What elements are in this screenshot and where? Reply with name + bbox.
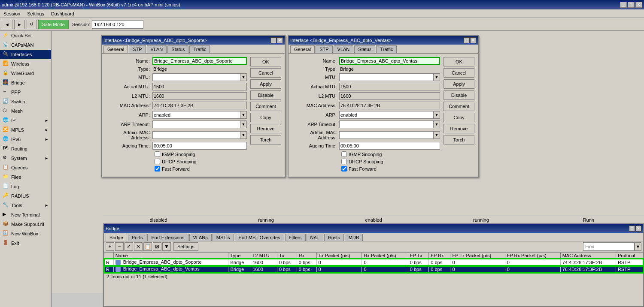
arp-arrow-v[interactable]: ▼ [433, 111, 440, 119]
ageing-input[interactable] [152, 142, 247, 150]
tab-vlan-soporte[interactable]: VLAN [147, 45, 167, 53]
table-row[interactable]: R Bridge_Empresa_ABC_dpto_Ventas Bridge … [104, 266, 643, 273]
sidebar-item-radius[interactable]: 🔑 RADIUS [0, 191, 51, 201]
back-button[interactable]: ◄ [2, 20, 12, 29]
admin-mac-input[interactable] [152, 131, 240, 139]
apply-button-soporte[interactable]: Apply [250, 79, 281, 89]
bridge-tab-hosts[interactable]: Hosts [324, 234, 344, 241]
sidebar-item-wireless[interactable]: 📶 Wireless [0, 59, 51, 69]
ok-button-ventas[interactable]: OK [444, 57, 474, 66]
menu-settings[interactable]: Settings [25, 10, 46, 17]
settings-button[interactable]: Settings [173, 242, 198, 251]
mtu-arrow-v[interactable]: ▼ [433, 73, 440, 81]
check-button[interactable]: ✓ [125, 242, 133, 251]
tab-general-soporte[interactable]: General [103, 45, 128, 53]
tab-traffic-soporte[interactable]: Traffic [189, 45, 210, 53]
disable-button-soporte[interactable]: Disable [250, 90, 281, 100]
sidebar-item-mpls[interactable]: 🔀 MPLS ► [0, 125, 51, 135]
dialog-soporte-close[interactable]: ✕ [277, 37, 283, 43]
remove-button-soporte[interactable]: Remove [250, 124, 281, 133]
add-button[interactable]: + [106, 242, 114, 251]
find-input[interactable] [583, 242, 635, 251]
safe-mode-button[interactable]: Safe Mode [38, 20, 69, 29]
sidebar-item-routing[interactable]: 🗺 Routing [0, 144, 51, 154]
ok-button-soporte[interactable]: OK [250, 57, 281, 66]
dialog-soporte-minimize[interactable]: _ [270, 37, 276, 43]
x-button[interactable]: ✕ [134, 242, 143, 251]
dhcp-checkbox-v[interactable] [341, 159, 347, 164]
bridge-tab-mstis[interactable]: MSTIs [213, 234, 234, 241]
sidebar-item-ppp[interactable]: ↔ PPP [0, 87, 51, 97]
bridge-tab-mdb[interactable]: MDB [345, 234, 363, 241]
table-row[interactable]: R Bridge_Empresa_ABC_dpto_Soporte Bridge… [104, 259, 643, 266]
sidebar-item-quickset[interactable]: ⚡ Quick Set [0, 31, 51, 40]
comment-button-ventas[interactable]: Comment [444, 102, 474, 111]
igmp-checkbox-v[interactable] [341, 151, 347, 157]
session-input[interactable] [92, 20, 143, 29]
apply-button-ventas[interactable]: Apply [444, 79, 474, 89]
sidebar-item-terminal[interactable]: ▶ New Terminal [0, 210, 51, 220]
bridge-tab-bridge[interactable]: Bridge [106, 234, 127, 241]
tab-status-ventas[interactable]: Status [354, 45, 375, 53]
close-button[interactable]: ✕ [635, 2, 642, 8]
remove-button-ventas[interactable]: Remove [444, 124, 474, 133]
admin-mac-input-v[interactable] [339, 131, 433, 139]
tab-stp-ventas[interactable]: STP [316, 45, 332, 53]
tab-traffic-ventas[interactable]: Traffic [376, 45, 397, 53]
copy-bridge-button[interactable]: 📋 [143, 242, 152, 251]
name-input-soporte[interactable] [152, 57, 247, 65]
sidebar-item-ipv6[interactable]: 🌐 IPv6 ► [0, 135, 51, 144]
name-input-ventas[interactable] [339, 57, 440, 65]
arp-arrow[interactable]: ▼ [240, 111, 247, 119]
arp-timeout-arrow-v[interactable]: ▼ [433, 120, 440, 128]
sidebar-item-exit[interactable]: 🚪 Exit [0, 238, 51, 248]
fast-forward-checkbox[interactable] [155, 166, 160, 172]
tab-stp-soporte[interactable]: STP [129, 45, 146, 53]
torch-button-soporte[interactable]: Torch [250, 135, 281, 144]
bridge-tab-portmst[interactable]: Port MST Overrides [235, 234, 284, 241]
torch-button-ventas[interactable]: Torch [444, 135, 474, 144]
dialog-ventas-close[interactable]: ✕ [470, 37, 476, 43]
copy-button-soporte[interactable]: Copy [250, 113, 281, 122]
cancel-button-soporte[interactable]: Cancel [250, 68, 281, 78]
sidebar-item-mesh[interactable]: ⬡ Mesh [0, 106, 51, 116]
bridge-tab-filters[interactable]: Filters [285, 234, 306, 241]
menu-session[interactable]: Session [2, 10, 22, 17]
bridge-window-title[interactable]: Bridge □ ✕ [104, 224, 643, 233]
find-dropdown[interactable]: ▼ [635, 242, 641, 251]
sidebar-item-system[interactable]: ⚙ System ► [0, 154, 51, 163]
sort-button[interactable]: ⊠ [153, 242, 161, 251]
dialog-ventas-minimize[interactable]: □ [464, 37, 470, 43]
cancel-button-ventas[interactable]: Cancel [444, 68, 474, 78]
arp-input[interactable] [152, 111, 240, 119]
forward-button[interactable]: ► [14, 20, 25, 29]
bridge-tab-ports[interactable]: Ports [128, 234, 147, 241]
sidebar-item-switch[interactable]: 🔄 Switch [0, 97, 51, 106]
dialog-ventas-title[interactable]: Interface <Bridge_Empresa_ABC_dpto_Venta… [289, 36, 478, 45]
sidebar-item-tools[interactable]: 🔧 Tools ► [0, 201, 51, 210]
arp-input-v[interactable] [339, 111, 433, 119]
mtu-input[interactable] [152, 73, 240, 81]
minimize-button[interactable]: _ [620, 2, 627, 8]
admin-mac-arrow-v[interactable]: ▼ [433, 131, 440, 139]
sidebar-item-capsman[interactable]: 📡 CAPsMAN [0, 40, 51, 50]
arp-timeout-input-v[interactable] [339, 120, 433, 128]
arp-timeout-arrow[interactable]: ▼ [240, 120, 247, 128]
sidebar-item-queues[interactable]: 📋 Queues [0, 163, 51, 172]
sidebar-item-wireguard[interactable]: 🔒 WireGuard [0, 69, 51, 78]
remove-bridge-button[interactable]: − [115, 242, 124, 251]
refresh-button[interactable]: ↺ [27, 20, 36, 29]
bridge-window-close[interactable]: ✕ [635, 226, 641, 232]
dialog-soporte-title[interactable]: Interface <Bridge_Empresa_ABC_dpto_Sopor… [102, 36, 285, 45]
tab-vlan-ventas[interactable]: VLAN [334, 45, 354, 53]
dhcp-checkbox[interactable] [155, 159, 160, 164]
sidebar-item-interfaces[interactable]: 🔌 Interfaces [0, 50, 51, 59]
bridge-tab-vlans[interactable]: VLANs [189, 234, 212, 241]
sidebar-item-files[interactable]: 📁 Files [0, 172, 51, 182]
disable-button-ventas[interactable]: Disable [444, 90, 474, 100]
menu-dashboard[interactable]: Dashboard [49, 10, 76, 17]
comment-button-soporte[interactable]: Comment [250, 102, 281, 111]
tab-general-ventas[interactable]: General [290, 45, 315, 53]
filter-button[interactable]: ▼ [162, 242, 171, 251]
bridge-tab-nat[interactable]: NAT [307, 234, 323, 241]
